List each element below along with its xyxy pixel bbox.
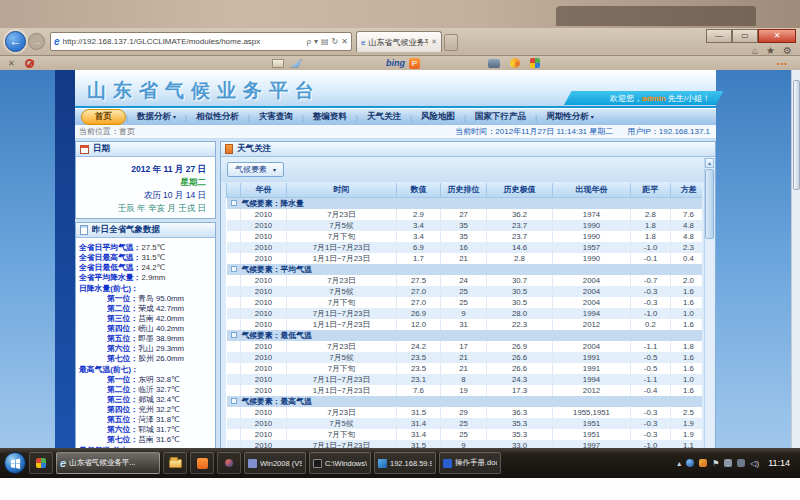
column-header[interactable]: 历史极值	[487, 183, 553, 197]
taskbar-ie-button[interactable]: e 山东省气候业务平...	[56, 452, 160, 474]
table-group-row[interactable]: 气候要素：最低气温	[227, 330, 703, 341]
table-row[interactable]: 20107月23日31.52936.31955,1951-0.32.5	[227, 407, 703, 418]
table-row[interactable]: 20107月23日2.92736.219742.87.6	[227, 209, 703, 220]
table-row[interactable]: 20107月1日~7月23日26.9928.01994-1.01.0	[227, 308, 703, 319]
camera-icon[interactable]	[488, 59, 500, 68]
table-row[interactable]: 20107月5候27.02530.52004-0.31.6	[227, 286, 703, 297]
table-row[interactable]: 20107月下旬31.42535.31951-0.31.9	[227, 429, 703, 440]
minimize-button[interactable]: —	[706, 29, 732, 43]
sparkle-icon[interactable]	[510, 58, 520, 68]
nav-item-0[interactable]: 首页	[81, 109, 126, 125]
tray-chevron-icon[interactable]: ▴	[677, 459, 681, 468]
table-row[interactable]: 20101月1日~7月23日12.03122.320120.21.6	[227, 319, 703, 330]
table-row[interactable]: 20107月1日~7月23日6.91614.61957-1.02.3	[227, 242, 703, 253]
table-row[interactable]: 20101月1日~7月23日1.7212.81990-0.10.4	[227, 253, 703, 264]
table-row[interactable]: 20107月23日27.52430.72004-0.72.0	[227, 275, 703, 286]
media-app-button[interactable]	[190, 452, 214, 474]
start-button[interactable]	[4, 452, 26, 474]
nav-item-5[interactable]: 天气关注	[358, 110, 410, 124]
nav-item-3[interactable]: 灾害查询	[250, 110, 302, 124]
browser-scrollbar-thumb[interactable]	[793, 80, 800, 190]
update-icon[interactable]	[724, 459, 732, 467]
settings-gear-icon[interactable]: ⚙	[783, 45, 792, 56]
network-status-icon[interactable]	[686, 459, 694, 467]
scrollbar-thumb[interactable]	[705, 169, 714, 239]
compatibility-icon[interactable]: ▤	[321, 37, 329, 46]
home-icon[interactable]: ⌂	[752, 45, 758, 56]
table-group-row[interactable]: 气候要素：平均气温	[227, 264, 703, 275]
table-row[interactable]: 20101月1日~7月23日7.61917.32012-0.41.6	[227, 385, 703, 396]
collapse-icon[interactable]	[231, 200, 237, 206]
grid-app-icon[interactable]	[530, 58, 540, 68]
send-icon[interactable]	[290, 59, 302, 68]
table-row[interactable]: 20107月下旬3.43523.719901.84.8	[227, 231, 703, 242]
taskbar-window-button[interactable]: 操作手册.docx ...	[439, 452, 501, 474]
close-toolbar-icon[interactable]: ✕	[8, 59, 15, 68]
mail-icon[interactable]	[272, 59, 284, 68]
climate-element-button[interactable]: 气候要素 ▾	[227, 162, 284, 177]
table-row[interactable]: 20107月1日~7月23日23.1824.31994-1.11.0	[227, 374, 703, 385]
new-tab-button[interactable]	[444, 34, 458, 51]
browser-scrollbar[interactable]	[791, 70, 800, 448]
refresh-icon[interactable]: ↻	[332, 37, 339, 46]
taskbar-clock[interactable]: 11:14	[768, 458, 790, 468]
display-icon[interactable]	[737, 459, 745, 467]
player-app-button[interactable]	[217, 452, 241, 474]
browser-tab[interactable]: e 山东省气候业务平... ✕	[356, 31, 442, 52]
column-header[interactable]: 历史排位	[441, 183, 487, 197]
table-row[interactable]: 20107月下旬27.02530.52004-0.31.6	[227, 297, 703, 308]
stop-icon[interactable]: ✕	[341, 37, 348, 46]
table-row[interactable]: 20107月下旬23.52126.61991-0.51.6	[227, 363, 703, 374]
more-dots-icon[interactable]: •••	[777, 59, 788, 68]
collapse-icon[interactable]	[231, 266, 237, 272]
orange-search-icon[interactable]: P	[409, 58, 420, 69]
back-button[interactable]: ←	[5, 31, 26, 52]
maximize-button[interactable]: ▭	[732, 29, 758, 43]
table-row[interactable]: 20107月5候31.42535.31951-0.31.9	[227, 418, 703, 429]
taskbar-window-button[interactable]: Win2008 (VS2...	[244, 452, 306, 474]
blocked-icon[interactable]	[25, 59, 34, 68]
nav-item-4[interactable]: 整编资料	[304, 110, 356, 124]
forward-button[interactable]: →	[28, 33, 45, 50]
column-header[interactable]: 年份	[241, 183, 287, 197]
address-bar[interactable]: e http://192.168.137.1/GLCCLIMATE/module…	[50, 32, 352, 51]
nav-item-6[interactable]: 风险地图	[412, 110, 464, 124]
security-app-icon[interactable]	[699, 459, 707, 467]
nav-item-7[interactable]: 国家下行产品	[466, 110, 535, 124]
action-center-flag-icon[interactable]: ⚑	[712, 459, 719, 468]
cell: 1.6	[671, 352, 703, 363]
url-text[interactable]: http://192.168.137.1/GLCCLIMATE/modules/…	[63, 37, 304, 46]
collapse-icon[interactable]	[231, 398, 237, 404]
chevron-down-icon[interactable]: ▾	[314, 37, 318, 46]
nav-item-8[interactable]: 周期性分析▾	[537, 110, 603, 124]
rank-value: 郓城 31.7℃	[138, 425, 180, 435]
close-button[interactable]: ✕	[758, 29, 796, 43]
column-header[interactable]: 数值	[397, 183, 441, 197]
volume-icon[interactable]: ◁)	[750, 459, 759, 468]
panel-scrollbar[interactable]: ▲ ▼	[704, 158, 714, 476]
favorites-star-icon[interactable]: ★	[766, 45, 775, 56]
collapse-icon[interactable]	[231, 332, 237, 338]
taskbar-window-button[interactable]: 192.168.59.99...	[374, 452, 436, 474]
column-header[interactable]: 时间	[287, 183, 397, 197]
nav-item-2[interactable]: 相似性分析	[187, 110, 248, 124]
table-row[interactable]: 20107月5候3.43523.719901.84.8	[227, 220, 703, 231]
tab-close-icon[interactable]: ✕	[431, 38, 437, 46]
column-header[interactable]: 距平	[631, 183, 671, 197]
column-header[interactable]: 方差	[671, 183, 703, 197]
table-row[interactable]: 20107月5候23.52126.61991-0.51.6	[227, 352, 703, 363]
climate-element-label: 气候要素	[235, 164, 267, 175]
explorer-button[interactable]	[163, 452, 187, 474]
background-window[interactable]	[556, 6, 756, 26]
table-group-row[interactable]: 气候要素：降水量	[227, 197, 703, 209]
nav-item-1[interactable]: 数据分析▾	[128, 110, 185, 124]
chevron-down-icon: ▾	[173, 114, 176, 120]
table-row[interactable]: 20107月23日24.21726.92004-1.11.8	[227, 341, 703, 352]
taskbar-window-button[interactable]: C:\Windows\s...	[309, 452, 371, 474]
table-group-row[interactable]: 气候要素：最高气温	[227, 396, 703, 407]
column-header[interactable]: 出现年份	[553, 183, 631, 197]
pinned-app-icon[interactable]	[29, 452, 53, 474]
bing-logo[interactable]: bing	[386, 58, 405, 68]
scroll-up-icon[interactable]: ▲	[705, 158, 714, 168]
search-icon[interactable]: ρ	[306, 37, 311, 46]
